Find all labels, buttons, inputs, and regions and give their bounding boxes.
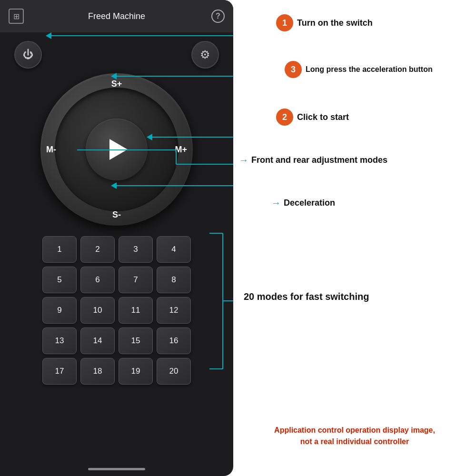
gear-button[interactable]: ⚙ [191, 41, 219, 69]
power-icon: ⏻ [23, 49, 33, 61]
disclaimer: Application control operation display im… [243, 425, 466, 447]
badge-2: 2 [276, 109, 293, 126]
title-bar: ⊞ Freed Machine ? [0, 0, 233, 32]
ann2-text: Click to start [297, 112, 349, 122]
play-button[interactable] [86, 119, 148, 180]
home-indicator [88, 468, 145, 470]
numpad-btn-6[interactable]: 6 [80, 267, 115, 293]
numpad-btn-12[interactable]: 12 [157, 297, 191, 324]
numpad: 1234567891011121314151617181920 [42, 236, 191, 385]
numpad-btn-2[interactable]: 2 [80, 236, 115, 263]
play-icon [109, 139, 128, 160]
numpad-btn-9[interactable]: 9 [42, 297, 77, 324]
annotation-6: 20 modes for fast switching [244, 291, 369, 302]
numpad-btn-16[interactable]: 16 [157, 327, 191, 354]
badge-3: 3 [285, 61, 302, 78]
s-minus-label[interactable]: S- [112, 210, 121, 220]
help-symbol: ? [216, 12, 220, 20]
numpad-btn-13[interactable]: 13 [42, 327, 77, 354]
ann3-text: Long press the acceleration button [306, 65, 433, 74]
numpad-btn-8[interactable]: 8 [157, 267, 191, 293]
badge-1: 1 [276, 14, 293, 31]
annotation-1: 1 Turn on the switch [276, 14, 373, 31]
numpad-btn-14[interactable]: 14 [80, 327, 115, 354]
annotations: 1 Turn on the switch 3 Long press the ac… [233, 0, 476, 476]
back-icon[interactable]: ⊞ [9, 9, 24, 24]
numpad-btn-15[interactable]: 15 [119, 327, 153, 354]
annotation-4: → Front and rear adjustment modes [239, 155, 387, 166]
power-button[interactable]: ⏻ [14, 41, 42, 69]
gear-icon: ⚙ [200, 48, 210, 61]
title-bar-left: ⊞ [9, 9, 24, 24]
m-plus-label[interactable]: M+ [175, 145, 187, 155]
annotation-3: 3 Long press the acceleration button [285, 61, 433, 78]
ann4-text: Front and rear adjustment modes [251, 155, 387, 165]
numpad-btn-5[interactable]: 5 [42, 267, 77, 293]
ann5-text: Deceleration [284, 198, 335, 208]
help-icon[interactable]: ? [211, 10, 225, 23]
m-minus-label[interactable]: M- [46, 145, 56, 155]
numpad-btn-17[interactable]: 17 [42, 358, 77, 385]
annotation-2: 2 Click to start [276, 109, 349, 126]
top-controls: ⏻ ⚙ [0, 32, 233, 69]
disclaimer-line1: Application control operation display im… [243, 425, 466, 436]
annotation-5: → Deceleration [271, 198, 335, 208]
app-title: Freed Machine [88, 11, 145, 21]
numpad-btn-11[interactable]: 11 [119, 297, 153, 324]
numpad-btn-4[interactable]: 4 [157, 236, 191, 263]
numpad-btn-19[interactable]: 19 [119, 358, 153, 385]
numpad-btn-1[interactable]: 1 [42, 236, 77, 263]
s-plus-label[interactable]: S+ [111, 79, 122, 89]
numpad-btn-7[interactable]: 7 [119, 267, 153, 293]
numpad-btn-10[interactable]: 10 [80, 297, 115, 324]
ann1-text: Turn on the switch [297, 18, 373, 28]
ann6-text: 20 modes for fast switching [244, 291, 369, 302]
phone-panel: ⊞ Freed Machine ? ⏻ ⚙ S+ S- M- M+ 123456… [0, 0, 233, 476]
numpad-btn-18[interactable]: 18 [80, 358, 115, 385]
numpad-btn-20[interactable]: 20 [157, 358, 191, 385]
numpad-btn-3[interactable]: 3 [119, 236, 153, 263]
controller: S+ S- M- M+ [40, 73, 193, 226]
disclaimer-line2: not a real individual controller [243, 436, 466, 447]
